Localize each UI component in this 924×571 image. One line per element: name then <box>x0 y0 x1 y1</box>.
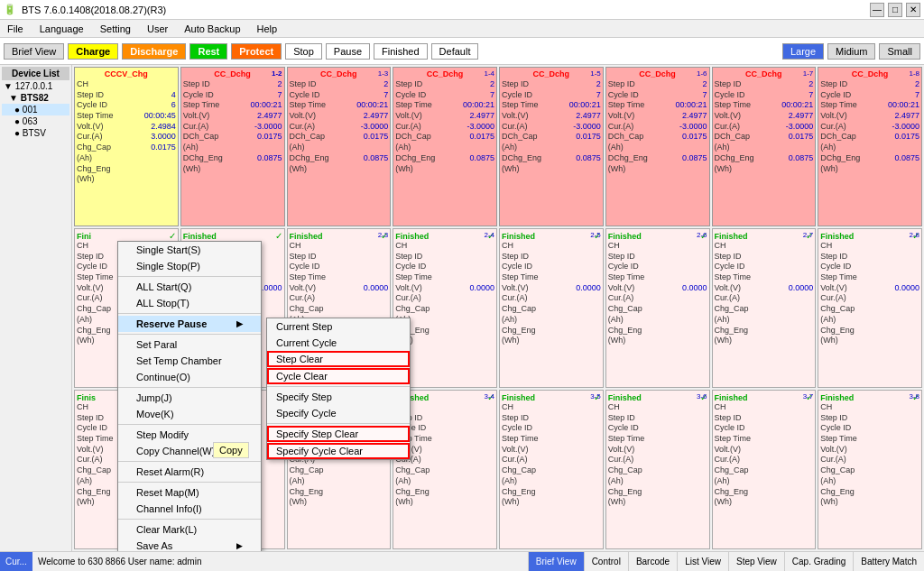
menu-all-start[interactable]: ALL Start(Q) <box>118 279 261 295</box>
menu-single-start[interactable]: Single Start(S) <box>118 242 261 258</box>
finished-button[interactable]: Finished <box>374 43 428 60</box>
menu-reserve-pause-label: Reserve Pause <box>136 318 207 329</box>
menu-set-temp-chamber[interactable]: Set Temp Chamber <box>118 353 261 369</box>
status-current-indicator[interactable]: Cur... <box>0 552 32 571</box>
separator-7 <box>118 482 261 483</box>
menu-channel-info[interactable]: Channel Info(I) <box>118 501 261 517</box>
pause-button[interactable]: Pause <box>326 43 370 60</box>
status-buttons: Brief View Control Barcode List View Ste… <box>528 552 924 571</box>
menu-all-stop[interactable]: ALL Stop(T) <box>118 295 261 311</box>
device-list: Device List ▼ 127.0.0.1 ▼ BTS82 ● 001 ● … <box>0 65 72 551</box>
menu-autobackup[interactable]: Auto Backup <box>180 23 244 35</box>
status-btn-step-view[interactable]: Step View <box>728 552 784 571</box>
menu-single-stop[interactable]: Single Stop(P) <box>118 258 261 274</box>
large-button[interactable]: Large <box>782 43 824 60</box>
welcome-message: Welcome to 630 8866 User name: admin <box>38 557 202 566</box>
status-btn-control[interactable]: Control <box>584 552 628 571</box>
device-item-001[interactable]: ● 001 <box>2 104 69 115</box>
toolbar: Brief View Charge Discharge Rest Protect… <box>0 38 924 65</box>
sub-menu-specify-step[interactable]: Specify Step <box>267 389 410 405</box>
menu-continue[interactable]: Continue(O) <box>118 369 261 385</box>
sub-menu-current-cycle[interactable]: Current Cycle <box>267 335 410 351</box>
separator-4 <box>118 387 261 388</box>
charge-button[interactable]: Charge <box>68 43 118 60</box>
maximize-button[interactable]: □ <box>888 3 902 17</box>
status-btn-cap-grading[interactable]: Cap. Grading <box>784 552 853 571</box>
stop-button[interactable]: Stop <box>285 43 322 60</box>
separator-2 <box>118 313 261 314</box>
sub-menu-specify-step-clear[interactable]: Specify Step Clear <box>267 426 410 442</box>
menu-clear-mark[interactable]: Clear Mark(L) <box>118 521 261 538</box>
small-button[interactable]: Small <box>879 43 920 60</box>
menu-reset-map[interactable]: Reset Map(M) <box>118 484 261 501</box>
app-title: BTS 7.6.0.1408(2018.08.27)(R3) <box>22 5 166 15</box>
menu-help[interactable]: Help <box>254 23 282 35</box>
sub-menu-specify-cycle-clear[interactable]: Specify Cycle Clear <box>267 443 410 459</box>
menu-file[interactable]: File <box>4 23 27 35</box>
status-btn-list-view[interactable]: List View <box>677 552 728 571</box>
separator-8 <box>118 519 261 520</box>
brief-view-button[interactable]: Brief View <box>4 43 64 60</box>
status-btn-barcode[interactable]: Barcode <box>628 552 677 571</box>
status-message: Welcome to 630 8866 User name: admin <box>32 557 528 566</box>
close-button[interactable]: ✕ <box>906 3 920 17</box>
menu-jump[interactable]: Jump(J) <box>118 390 261 406</box>
sub-arrow-save-icon: ▶ <box>236 541 243 550</box>
title-bar-left: 🔋 BTS 7.6.0.1408(2018.08.27)(R3) <box>4 4 166 15</box>
menu-bar: File Language Setting User Auto Backup H… <box>0 20 924 38</box>
separator-5 <box>118 424 261 425</box>
copy-tooltip: Copy <box>213 442 249 458</box>
context-menu: Single Start(S) Single Stop(P) ALL Start… <box>117 241 262 551</box>
sub-separator-1 <box>267 386 410 387</box>
device-list-header: Device List <box>2 67 69 80</box>
sub-separator-2 <box>267 423 410 424</box>
content-area: CCCV_Chg CH Step ID4 Cycle ID6 Step Time… <box>72 65 924 551</box>
menu-save-as[interactable]: Save As ▶ <box>118 538 261 551</box>
main-layout: Device List ▼ 127.0.0.1 ▼ BTS82 ● 001 ● … <box>0 65 924 551</box>
title-bar: 🔋 BTS 7.6.0.1408(2018.08.27)(R3) — □ ✕ <box>0 0 924 20</box>
menu-reserve-pause[interactable]: Reserve Pause ▶ <box>118 316 261 332</box>
menu-reset-alarm[interactable]: Reset Alarm(R) <box>118 464 261 480</box>
sub-menu-cycle-clear[interactable]: Cycle Clear <box>267 368 410 384</box>
rest-button[interactable]: Rest <box>189 43 227 60</box>
separator-6 <box>118 461 261 462</box>
device-item-063[interactable]: ● 063 <box>2 115 69 127</box>
sub-menu-step-clear[interactable]: Step Clear <box>267 351 410 367</box>
sub-context-menu: Current Step Current Cycle Step Clear Cy… <box>266 318 411 460</box>
default-button[interactable]: Default <box>431 43 479 60</box>
menu-set-paral[interactable]: Set Paral <box>118 336 261 353</box>
device-item-bts82[interactable]: ▼ BTS82 <box>2 92 69 104</box>
app-icon: 🔋 <box>4 4 16 15</box>
separator-3 <box>118 334 261 335</box>
menu-save-as-label: Save As <box>136 540 172 551</box>
copy-label: Copy <box>219 445 243 456</box>
menu-setting[interactable]: Setting <box>97 23 134 35</box>
menu-move[interactable]: Move(K) <box>118 406 261 422</box>
context-menu-overlay: Single Start(S) Single Stop(P) ALL Start… <box>72 65 924 551</box>
minimize-button[interactable]: — <box>870 3 884 17</box>
midium-button[interactable]: Midium <box>827 43 875 60</box>
menu-user[interactable]: User <box>143 23 171 35</box>
menu-language[interactable]: Language <box>36 23 88 35</box>
status-btn-brief-view[interactable]: Brief View <box>528 552 584 571</box>
sub-arrow-icon: ▶ <box>236 319 243 328</box>
protect-button[interactable]: Protect <box>231 43 282 60</box>
sub-menu-current-step[interactable]: Current Step <box>267 318 410 335</box>
menu-step-modify[interactable]: Step Modify <box>118 427 261 443</box>
title-bar-controls[interactable]: — □ ✕ <box>870 3 920 17</box>
device-item-btsv[interactable]: ● BTSV <box>2 127 69 139</box>
status-btn-battery-match[interactable]: Battery Match <box>853 552 924 571</box>
device-item-ip[interactable]: ▼ 127.0.0.1 <box>2 80 69 92</box>
sub-menu-specify-cycle[interactable]: Specify Cycle <box>267 405 410 421</box>
separator-1 <box>118 276 261 277</box>
status-bar: Cur... Welcome to 630 8866 User name: ad… <box>0 551 924 571</box>
discharge-button[interactable]: Discharge <box>122 43 186 60</box>
